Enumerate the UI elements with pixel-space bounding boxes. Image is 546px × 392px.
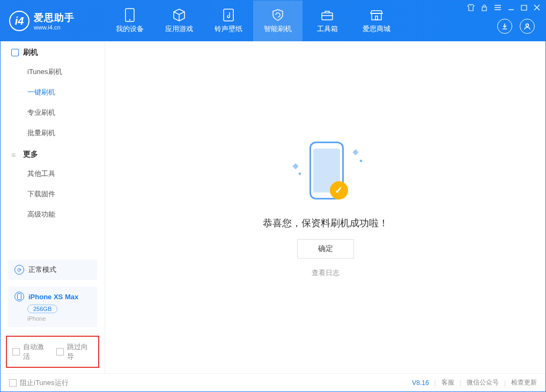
- separator: |: [460, 379, 461, 387]
- section-label: 更多: [23, 150, 38, 159]
- sidebar-item-pro-flash[interactable]: 专业刷机: [1, 102, 105, 123]
- svg-rect-2: [224, 9, 233, 21]
- header: i4 爱思助手 www.i4.cn 我的设备 应用游戏: [1, 1, 545, 41]
- section-flash-title: 刷机: [1, 41, 105, 62]
- sparkle-icon: [292, 163, 298, 169]
- phone-small-icon: [11, 49, 19, 56]
- music-file-icon: [222, 8, 235, 22]
- main-content: ✓ 恭喜您，保资料刷机成功啦！ 确定 查看日志: [105, 41, 545, 373]
- close-icon[interactable]: [534, 4, 540, 11]
- body: 刷机 iTunes刷机 一键刷机 专业刷机 批量刷机 ≡ 更多 其他工具 下载固…: [1, 41, 545, 373]
- refresh-shield-icon: [271, 8, 285, 22]
- sidebar-item-batch-flash[interactable]: 批量刷机: [1, 123, 105, 143]
- sparkle-icon: [359, 159, 363, 162]
- download-button[interactable]: [497, 19, 512, 34]
- sidebar-item-itunes-flash[interactable]: iTunes刷机: [1, 62, 105, 82]
- ok-button[interactable]: 确定: [297, 239, 354, 258]
- logo-icon: i4: [9, 11, 29, 31]
- footer: 阻止iTunes运行 V8.16 | 客服 | 微信公众号 | 检查更新: [1, 373, 545, 391]
- tab-store[interactable]: 爱思商城: [352, 1, 401, 41]
- tab-toolbox[interactable]: 工具箱: [302, 1, 352, 41]
- device-storage-badge: 256GB: [27, 305, 57, 313]
- checkbox-skip-guide[interactable]: 跳过向导: [56, 342, 93, 361]
- header-right-actions: [497, 19, 535, 34]
- result-message: 恭喜您，保资料刷机成功啦！: [263, 217, 388, 230]
- lock-icon[interactable]: [481, 4, 488, 11]
- menu-icon[interactable]: [494, 4, 501, 11]
- sidebar-item-other-tools[interactable]: 其他工具: [1, 164, 105, 184]
- checkbox-label: 自动激活: [23, 342, 49, 361]
- app-title: 爱思助手: [34, 11, 75, 24]
- tab-label: 应用游戏: [165, 24, 193, 34]
- user-button[interactable]: [520, 19, 535, 34]
- tab-my-device[interactable]: 我的设备: [105, 1, 154, 41]
- success-illustration: ✓: [288, 137, 363, 207]
- footer-right: V8.16 | 客服 | 微信公众号 | 检查更新: [412, 378, 537, 387]
- status-icon: ⟳: [14, 265, 24, 275]
- svg-point-15: [526, 24, 529, 27]
- status-box[interactable]: ⟳ 正常模式: [8, 260, 97, 280]
- device-icon: [123, 8, 137, 22]
- svg-rect-16: [18, 294, 21, 300]
- sparkle-icon: [298, 172, 301, 175]
- minimize-icon[interactable]: [508, 4, 514, 11]
- separator: |: [504, 379, 506, 387]
- toolbox-icon: [320, 8, 334, 22]
- view-log-link[interactable]: 查看日志: [312, 268, 340, 278]
- checkbox-label: 阻止iTunes运行: [20, 378, 69, 388]
- svg-point-1: [129, 19, 131, 21]
- logo-text: 爱思助手 www.i4.cn: [34, 11, 75, 31]
- nav-tabs: 我的设备 应用游戏 铃声壁纸 智能刷机: [105, 1, 401, 41]
- app-url: www.i4.cn: [34, 24, 75, 31]
- tab-smart-flash[interactable]: 智能刷机: [253, 1, 302, 41]
- device-name-row: iPhone XS Max: [14, 292, 91, 301]
- cube-icon: [172, 8, 186, 22]
- check-circle-icon: ✓: [330, 181, 348, 199]
- tab-ringtones-wallpapers[interactable]: 铃声壁纸: [204, 1, 253, 41]
- checkbox-auto-activate[interactable]: 自动激活: [12, 342, 49, 361]
- sidebar-item-download-firmware[interactable]: 下载固件: [1, 184, 105, 204]
- device-box[interactable]: iPhone XS Max 256GB iPhone: [8, 286, 97, 327]
- footer-update-link[interactable]: 检查更新: [511, 378, 537, 387]
- checkbox-prevent-itunes[interactable]: 阻止iTunes运行: [9, 378, 69, 388]
- checkbox-label: 跳过向导: [67, 342, 93, 361]
- svg-rect-6: [375, 16, 378, 20]
- svg-rect-5: [372, 13, 381, 20]
- device-small-icon: [14, 292, 24, 301]
- device-type-label: iPhone: [27, 315, 91, 322]
- checkbox-icon: [9, 379, 17, 387]
- footer-wechat-link[interactable]: 微信公众号: [467, 378, 499, 387]
- svg-rect-12: [521, 5, 527, 10]
- svg-rect-3: [322, 13, 333, 20]
- footer-support-link[interactable]: 客服: [441, 378, 454, 387]
- tab-label: 我的设备: [116, 24, 144, 34]
- sidebar-item-advanced[interactable]: 高级功能: [1, 204, 105, 225]
- tab-label: 爱思商城: [363, 24, 390, 34]
- tab-label: 智能刷机: [264, 24, 292, 34]
- shirt-icon[interactable]: [467, 4, 475, 11]
- section-label: 刷机: [23, 48, 38, 57]
- highlighted-options: 自动激活 跳过向导: [6, 336, 99, 368]
- tab-label: 铃声壁纸: [215, 24, 242, 34]
- device-name: iPhone XS Max: [28, 293, 78, 301]
- app-window: i4 爱思助手 www.i4.cn 我的设备 应用游戏: [0, 0, 546, 392]
- list-icon: ≡: [11, 151, 19, 158]
- separator: |: [434, 379, 436, 387]
- shop-icon: [370, 8, 383, 22]
- sidebar-item-one-click-flash[interactable]: 一键刷机: [1, 82, 105, 102]
- sidebar: 刷机 iTunes刷机 一键刷机 专业刷机 批量刷机 ≡ 更多 其他工具 下载固…: [1, 41, 105, 373]
- maximize-icon[interactable]: [521, 4, 527, 11]
- title-bar-icons: [467, 4, 540, 11]
- section-more-title: ≡ 更多: [1, 143, 105, 164]
- logo-block: i4 爱思助手 www.i4.cn: [1, 1, 105, 41]
- checkbox-icon: [12, 348, 20, 356]
- svg-rect-7: [482, 7, 486, 11]
- checkbox-icon: [56, 348, 64, 356]
- tab-apps-games[interactable]: 应用游戏: [154, 1, 204, 41]
- status-mode-label: 正常模式: [28, 265, 56, 275]
- sparkle-icon: [352, 149, 358, 155]
- version-label: V8.16: [412, 379, 429, 387]
- tab-label: 工具箱: [317, 24, 338, 34]
